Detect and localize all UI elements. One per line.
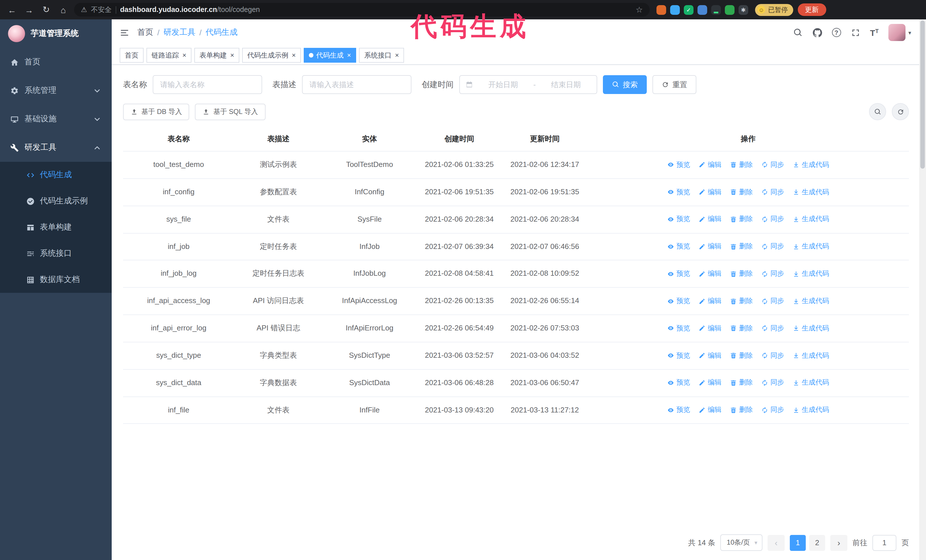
preview-link[interactable]: 预览: [667, 378, 690, 388]
close-tab-icon[interactable]: ×: [230, 52, 234, 59]
recorder-extension-icon[interactable]: ▂: [711, 5, 721, 15]
tab-1[interactable]: 链路追踪×: [147, 48, 191, 63]
tab-4[interactable]: 代码生成×: [304, 48, 356, 63]
refresh-table-button[interactable]: [892, 103, 909, 120]
sync-link[interactable]: 同步: [761, 214, 784, 225]
preview-link[interactable]: 预览: [667, 242, 690, 252]
close-tab-icon[interactable]: ×: [347, 52, 351, 59]
sync-link[interactable]: 同步: [761, 242, 784, 252]
submenu-item-codegen-example[interactable]: 代码生成示例: [0, 188, 112, 214]
sync-link[interactable]: 同步: [761, 324, 784, 334]
sidebar-item-infra[interactable]: 基础设施: [0, 105, 112, 133]
prev-page-button[interactable]: ‹: [767, 535, 785, 551]
close-tab-icon[interactable]: ×: [292, 52, 296, 59]
sync-link[interactable]: 同步: [761, 269, 784, 279]
tab-2[interactable]: 表单构建×: [194, 48, 239, 63]
delete-link[interactable]: 删除: [730, 214, 753, 225]
preview-link[interactable]: 预览: [667, 296, 690, 306]
generate-code-link[interactable]: 生成代码: [793, 351, 829, 361]
delete-link[interactable]: 删除: [730, 296, 753, 306]
page-scrollbar[interactable]: [919, 20, 926, 560]
preview-link[interactable]: 预览: [667, 324, 690, 334]
edit-link[interactable]: 编辑: [699, 378, 722, 388]
edit-link[interactable]: 编辑: [699, 324, 722, 334]
tab-0[interactable]: 首页: [120, 48, 144, 63]
search-button[interactable]: 搜索: [603, 75, 647, 94]
close-tab-icon[interactable]: ×: [182, 52, 186, 59]
sync-link[interactable]: 同步: [761, 187, 784, 197]
breadcrumb-item[interactable]: 首页: [137, 27, 153, 38]
sidebar-item-devtools[interactable]: 研发工具: [0, 133, 112, 162]
import-db-button[interactable]: 基于 DB 导入: [123, 103, 189, 120]
generate-code-link[interactable]: 生成代码: [793, 269, 829, 279]
sidebar-item-system[interactable]: 系统管理: [0, 76, 112, 105]
edit-link[interactable]: 编辑: [699, 296, 722, 306]
app-logo[interactable]: 芋道管理系统: [0, 20, 112, 48]
page-button-2[interactable]: 2: [809, 535, 825, 551]
github-icon[interactable]: [812, 28, 822, 37]
reload-icon[interactable]: ↻: [40, 5, 53, 15]
delete-link[interactable]: 删除: [730, 378, 753, 388]
collapse-sidebar-icon[interactable]: [120, 28, 129, 37]
submenu-item-api[interactable]: 系统接口: [0, 240, 112, 267]
generate-code-link[interactable]: 生成代码: [793, 378, 829, 388]
browser-home-icon[interactable]: ⌂: [57, 5, 70, 15]
scrollbar-thumb[interactable]: [920, 21, 925, 169]
sync-link[interactable]: 同步: [761, 351, 784, 361]
drop-extension-icon[interactable]: [670, 5, 680, 15]
check-extension-icon[interactable]: ✓: [684, 5, 693, 15]
toggle-search-button[interactable]: [869, 103, 886, 120]
user-avatar[interactable]: ▾: [888, 24, 911, 41]
edit-link[interactable]: 编辑: [699, 405, 722, 415]
submenu-item-codegen[interactable]: 代码生成: [0, 162, 112, 188]
page-size-select[interactable]: 10条/页 ▾: [720, 534, 763, 551]
people-extension-icon[interactable]: [698, 5, 707, 15]
generate-code-link[interactable]: 生成代码: [793, 296, 829, 306]
paw-extension-icon[interactable]: ✱: [738, 5, 748, 15]
delete-link[interactable]: 删除: [730, 160, 753, 170]
leaf-extension-icon[interactable]: [725, 5, 735, 15]
delete-link[interactable]: 删除: [730, 187, 753, 197]
sync-link[interactable]: 同步: [761, 405, 784, 415]
update-button[interactable]: 更新: [797, 3, 826, 16]
preview-link[interactable]: 预览: [667, 269, 690, 279]
delete-link[interactable]: 删除: [730, 351, 753, 361]
submenu-item-db-doc[interactable]: 数据库文档: [0, 267, 112, 293]
table-name-input[interactable]: [153, 75, 262, 94]
breadcrumb-item[interactable]: 研发工具: [163, 27, 195, 38]
edit-link[interactable]: 编辑: [699, 269, 722, 279]
sync-link[interactable]: 同步: [761, 378, 784, 388]
page-button-1[interactable]: 1: [790, 535, 806, 551]
goto-page-input[interactable]: [872, 535, 896, 551]
generate-code-link[interactable]: 生成代码: [793, 160, 829, 170]
sync-link[interactable]: 同步: [761, 296, 784, 306]
reset-button[interactable]: 重置: [652, 75, 696, 94]
tab-5[interactable]: 系统接口×: [359, 48, 404, 63]
import-sql-button[interactable]: 基于 SQL 导入: [195, 103, 265, 120]
fox-extension-icon[interactable]: [657, 5, 666, 15]
address-bar[interactable]: ⚠ 不安全 dashboard.yudao.iocoder.cn/tool/co…: [74, 3, 650, 17]
edit-link[interactable]: 编辑: [699, 160, 722, 170]
table-desc-input[interactable]: [302, 75, 412, 94]
preview-link[interactable]: 预览: [667, 160, 690, 170]
help-icon[interactable]: ?: [832, 28, 841, 37]
delete-link[interactable]: 删除: [730, 269, 753, 279]
delete-link[interactable]: 删除: [730, 242, 753, 252]
preview-link[interactable]: 预览: [667, 351, 690, 361]
sync-link[interactable]: 同步: [761, 160, 784, 170]
delete-link[interactable]: 删除: [730, 324, 753, 334]
generate-code-link[interactable]: 生成代码: [793, 242, 829, 252]
generate-code-link[interactable]: 生成代码: [793, 324, 829, 334]
close-tab-icon[interactable]: ×: [395, 52, 399, 59]
sidebar-item-home[interactable]: 首页: [0, 48, 112, 76]
back-icon[interactable]: ←: [6, 5, 18, 15]
search-icon[interactable]: [793, 28, 803, 37]
edit-link[interactable]: 编辑: [699, 351, 722, 361]
generate-code-link[interactable]: 生成代码: [793, 405, 829, 415]
forward-icon[interactable]: →: [23, 5, 35, 15]
paused-badge[interactable]: ☺ 已暂停: [755, 4, 793, 16]
submenu-item-form-builder[interactable]: 表单构建: [0, 214, 112, 240]
generate-code-link[interactable]: 生成代码: [793, 214, 829, 225]
next-page-button[interactable]: ›: [830, 535, 847, 551]
fullscreen-icon[interactable]: [850, 28, 860, 37]
